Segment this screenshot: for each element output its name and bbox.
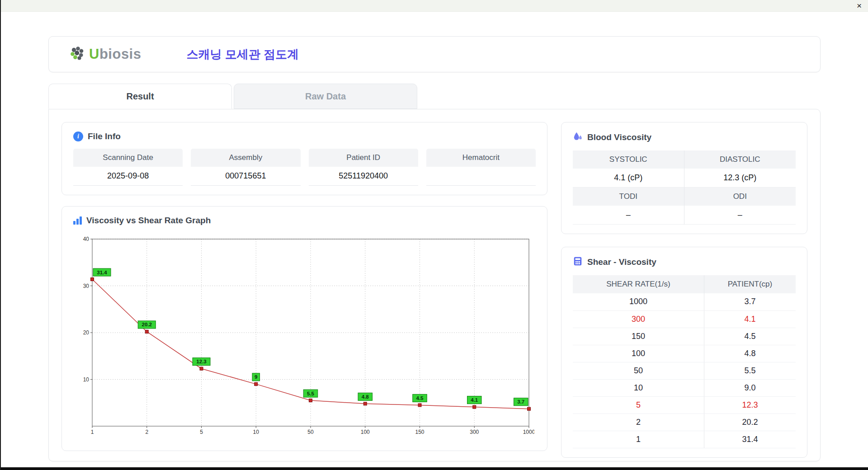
- tab-raw-data[interactable]: Raw Data: [234, 84, 417, 109]
- shear-row: 100 4.8: [573, 345, 796, 362]
- file-info-title: File Info: [88, 132, 121, 141]
- point-label: 20.2: [138, 321, 156, 329]
- svg-text:4.5: 4.5: [416, 395, 424, 401]
- bv-header: DIASTOLIC: [684, 150, 796, 169]
- file-info-card: i File Info Scanning Date 2025-09-08 Ass…: [61, 122, 547, 195]
- field-label: Scanning Date: [73, 149, 183, 167]
- field-value: [426, 167, 536, 186]
- bv-value: –: [684, 206, 796, 225]
- field-label: Assembly: [191, 149, 300, 167]
- shear-row: 50 5.5: [573, 362, 796, 379]
- blood-viscosity-title: Blood Viscosity: [587, 132, 651, 142]
- patient-cp-cell: 31.4: [704, 431, 796, 448]
- point-label: 4.1: [467, 396, 482, 404]
- shear-table-header-row: SHEAR RATE(1/s) PATIENT(cp): [573, 275, 796, 293]
- file-info-field: Assembly 000715651: [191, 149, 300, 186]
- patient-cp-cell: 5.5: [704, 362, 796, 379]
- bv-value: 4.1 (cP): [573, 169, 684, 188]
- point-label: 3.7: [514, 398, 528, 406]
- svg-text:12.3: 12.3: [196, 359, 206, 364]
- svg-text:50: 50: [307, 429, 314, 435]
- point-label: 12.3: [193, 358, 210, 366]
- viscosity-chart: 102030401251050100150300100031.420.212.3…: [73, 233, 536, 442]
- shear-rate-cell: 150: [573, 328, 704, 345]
- file-info-fields: Scanning Date 2025-09-08 Assembly 000715…: [73, 149, 536, 186]
- shear-row: 300 4.1: [573, 310, 796, 328]
- field-value: 2025-09-08: [73, 167, 183, 186]
- tab-result[interactable]: Result: [48, 84, 232, 109]
- shear-rate-cell: 1: [573, 431, 704, 448]
- bv-header: SYSTOLIC: [573, 150, 684, 169]
- shear-table-body: 1000 3.7 300 4.1 150 4.5 100 4.8 50 5.5 …: [573, 293, 796, 448]
- shear-row: 1 31.4: [573, 431, 796, 448]
- app-header: Ubiosis 스캐닝 모세관 점도계: [48, 36, 821, 72]
- shear-rate-cell: 300: [573, 310, 704, 328]
- svg-text:10: 10: [253, 429, 259, 435]
- calculator-icon: [573, 256, 583, 268]
- file-info-field: Hematocrit: [426, 149, 536, 186]
- page: Ubiosis 스캐닝 모세관 점도계 Result Raw Data i Fi…: [1, 12, 868, 461]
- svg-text:1: 1: [91, 429, 94, 435]
- shear-viscosity-table: SHEAR RATE(1/s) PATIENT(cp) 1000 3.7 300…: [573, 275, 796, 448]
- app-title: 스캐닝 모세관 점도계: [186, 47, 298, 62]
- bv-header: ODI: [684, 188, 796, 206]
- patient-cp-cell: 4.5: [704, 328, 796, 345]
- patient-cp-cell: 20.2: [704, 414, 796, 431]
- blood-viscosity-title-row: Blood Viscosity: [573, 132, 796, 143]
- point-label: 5.5: [303, 390, 318, 397]
- svg-text:30: 30: [83, 283, 90, 289]
- point-label: 4.5: [413, 394, 427, 402]
- bv-value: –: [573, 206, 684, 225]
- patient-cp-cell: 4.8: [704, 345, 796, 362]
- patient-cp-cell: 4.1: [704, 310, 796, 328]
- point-label: 31.4: [93, 268, 111, 276]
- svg-text:9: 9: [255, 374, 257, 380]
- svg-text:3.7: 3.7: [517, 399, 524, 404]
- viscosity-chart-svg: 102030401251050100150300100031.420.212.3…: [73, 233, 534, 440]
- result-panel: i File Info Scanning Date 2025-09-08 Ass…: [48, 109, 821, 461]
- shear-viscosity-card: Shear - Viscosity SHEAR RATE(1/s) PATIEN…: [561, 247, 807, 458]
- field-label: Hematocrit: [426, 149, 536, 167]
- graph-title: Viscosity vs Shear Rate Graph: [86, 216, 211, 226]
- graph-card: Viscosity vs Shear Rate Graph 1020304012…: [61, 206, 547, 451]
- svg-text:4.8: 4.8: [362, 394, 369, 400]
- shear-rate-cell: 50: [573, 362, 704, 379]
- shear-viscosity-title: Shear - Viscosity: [587, 257, 656, 267]
- patient-cp-cell: 3.7: [704, 293, 796, 310]
- point-label: 9: [252, 373, 260, 381]
- shear-rate-column-header: SHEAR RATE(1/s): [573, 275, 704, 293]
- svg-text:5: 5: [200, 429, 203, 435]
- shear-rate-cell: 10: [573, 379, 704, 396]
- patient-cp-cell: 9.0: [704, 379, 796, 396]
- svg-text:40: 40: [83, 236, 90, 242]
- shear-row: 2 20.2: [573, 414, 796, 431]
- shear-row: 150 4.5: [573, 328, 796, 345]
- svg-text:150: 150: [415, 429, 424, 435]
- shear-rate-cell: 5: [573, 396, 704, 414]
- blood-viscosity-card: Blood Viscosity SYSTOLIC DIASTOLIC 4.1 (…: [561, 122, 807, 234]
- logo-text: Ubiosis: [89, 46, 141, 62]
- svg-text:1000: 1000: [523, 429, 534, 435]
- shear-row: 10 9.0: [573, 379, 796, 396]
- field-value: 52511920400: [309, 167, 418, 186]
- bar-chart-icon: [73, 216, 82, 225]
- right-column: Blood Viscosity SYSTOLIC DIASTOLIC 4.1 (…: [561, 122, 807, 448]
- info-icon: i: [73, 132, 83, 141]
- svg-text:5.5: 5.5: [307, 391, 315, 396]
- svg-text:2: 2: [145, 429, 148, 435]
- file-info-field: Scanning Date 2025-09-08: [73, 149, 183, 186]
- shear-rate-cell: 2: [573, 414, 704, 431]
- file-info-title-row: i File Info: [73, 132, 536, 141]
- svg-text:100: 100: [361, 429, 370, 435]
- shear-rate-cell: 1000: [573, 293, 704, 310]
- shear-viscosity-title-row: Shear - Viscosity: [573, 256, 796, 268]
- svg-text:20: 20: [83, 329, 90, 336]
- point-label: 4.8: [358, 393, 373, 400]
- close-icon[interactable]: ×: [857, 1, 862, 10]
- tab-bar: Result Raw Data: [48, 84, 821, 109]
- field-value: 000715651: [191, 167, 300, 186]
- file-info-field: Patient ID 52511920400: [309, 149, 418, 186]
- ubiosis-logo: Ubiosis: [69, 45, 141, 63]
- patient-cp-column-header: PATIENT(cp): [704, 275, 796, 293]
- patient-cp-cell: 12.3: [704, 396, 796, 414]
